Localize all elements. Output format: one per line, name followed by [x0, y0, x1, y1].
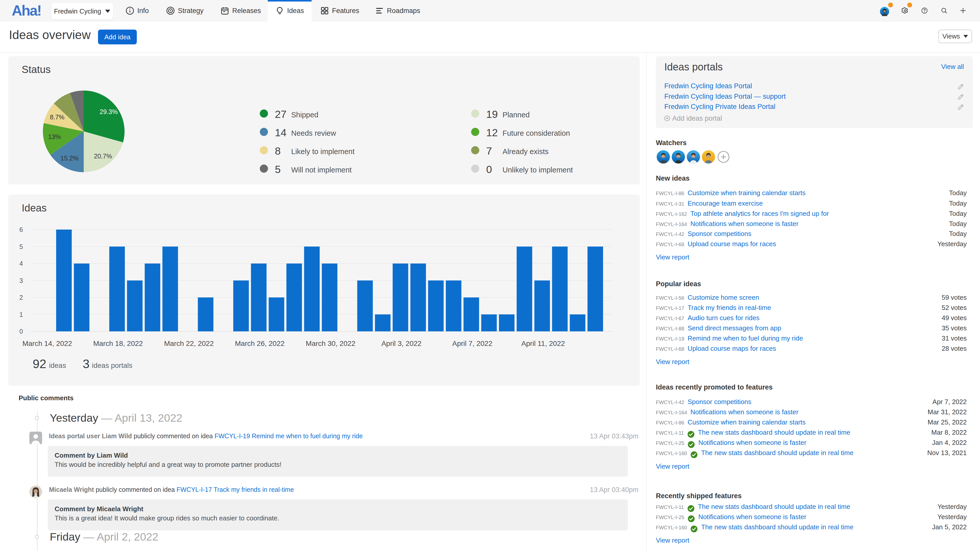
svg-text:8.7%: 8.7% — [50, 114, 65, 121]
svg-text:April 7, 2022: April 7, 2022 — [452, 340, 492, 348]
svg-text:3: 3 — [19, 277, 23, 284]
svg-text:5: 5 — [19, 243, 23, 250]
svg-text:6: 6 — [19, 226, 23, 233]
svg-text:2: 2 — [19, 294, 23, 301]
svg-text:20.7%: 20.7% — [94, 152, 112, 160]
svg-text:13%: 13% — [48, 133, 61, 140]
svg-text:April 11, 2022: April 11, 2022 — [522, 340, 565, 348]
svg-text:March 26, 2022: March 26, 2022 — [235, 340, 285, 348]
svg-text:March 30, 2022: March 30, 2022 — [306, 340, 355, 348]
svg-text:March 22, 2022: March 22, 2022 — [164, 340, 214, 348]
svg-text:29.3%: 29.3% — [100, 108, 118, 115]
svg-text:March 18, 2022: March 18, 2022 — [93, 340, 143, 348]
svg-text:March 14, 2022: March 14, 2022 — [22, 340, 72, 348]
svg-text:4: 4 — [19, 260, 23, 267]
svg-text:1: 1 — [19, 311, 23, 318]
svg-text:0: 0 — [19, 328, 23, 335]
svg-text:15.2%: 15.2% — [60, 155, 79, 162]
svg-text:April 3, 2022: April 3, 2022 — [381, 340, 422, 348]
